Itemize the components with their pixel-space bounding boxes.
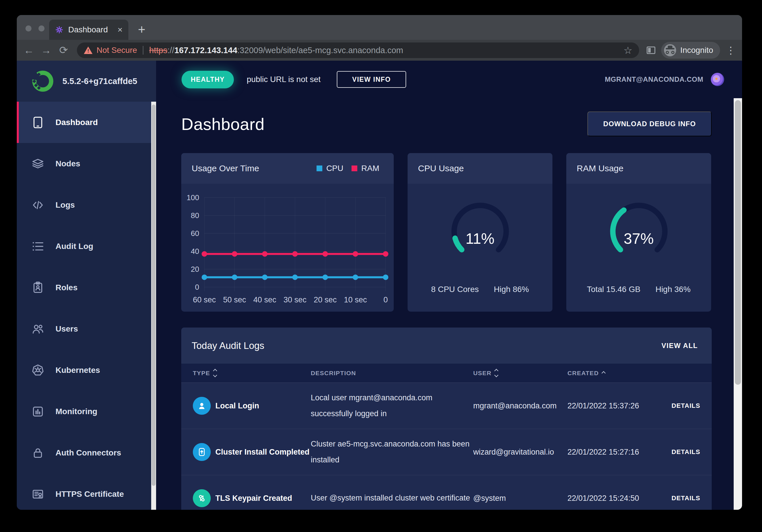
sidebar-item-kubernetes[interactable]: Kubernetes (17, 350, 156, 391)
table-row: TLS Keypair Created User @system install… (181, 475, 712, 510)
usage-over-time-card: Usage Over Time CPU RAM 02040608010060 s… (181, 153, 394, 312)
audit-created: 22/01/2022 15:27:16 (568, 448, 671, 457)
column-header-created[interactable]: CREATED (568, 370, 696, 377)
audit-title: Today Audit Logs (191, 340, 264, 351)
sidebar-item-monitoring[interactable]: Monitoring (17, 391, 156, 432)
incognito-icon (664, 44, 676, 56)
svg-text:60 sec: 60 sec (193, 296, 216, 304)
main-scrollbar-thumb[interactable] (735, 100, 741, 385)
tab-close-icon[interactable]: × (117, 26, 122, 34)
tab-title: Dashboard (68, 25, 113, 34)
url-text: https://167.172.143.144:32009/web/site/a… (149, 46, 620, 55)
logs-icon (31, 198, 44, 212)
sidebar-item-auth-connectors[interactable]: Auth Connectors (17, 432, 156, 473)
traffic-light-minimize[interactable] (38, 26, 44, 32)
sidebar-item-roles[interactable]: Roles (17, 267, 156, 308)
reload-icon[interactable]: ⟳ (58, 45, 69, 55)
view-all-link[interactable]: VIEW ALL (661, 342, 698, 350)
url-bar[interactable]: ! Not Secure https://167.172.143.144:320… (77, 42, 639, 58)
sidebar-item-label: Users (55, 324, 78, 334)
url-scheme: https (149, 46, 167, 55)
column-header-user[interactable]: USER (473, 369, 568, 377)
usage-line-chart: 02040608010060 sec50 sec40 sec30 sec20 s… (181, 184, 394, 312)
audit-user: @system (473, 494, 568, 503)
download-debug-info-button[interactable]: DOWNLOAD DEBUG INFO (587, 111, 712, 136)
sidebar-item-label: Audit Log (55, 242, 93, 251)
ram-gauge-value: 37% (566, 230, 711, 247)
sidebar-item-label: Nodes (55, 159, 80, 168)
url-path: :32009/web/site/ae5-mcg.svc.anaconda.com (237, 46, 403, 55)
details-button[interactable]: DETAILS (671, 448, 700, 455)
sidebar-scrollbar[interactable] (151, 102, 156, 510)
cluster-topbar: HEALTHY public URL is not set VIEW INFO … (156, 61, 742, 98)
url-host: 167.172.143.144 (174, 46, 237, 55)
sort-asc-icon[interactable] (602, 372, 605, 374)
sidebar-item-logs[interactable]: Logs (17, 184, 156, 226)
ram-card-title: RAM Usage (577, 164, 624, 173)
column-header-type[interactable]: TYPE (193, 369, 311, 377)
https-certificate-icon (31, 488, 44, 501)
ram-legend-label: RAM (361, 164, 379, 173)
cpu-gauge-value: 11% (408, 230, 553, 247)
ram-total-label: Total 15.46 GB (587, 285, 640, 294)
svg-text:50 sec: 50 sec (223, 296, 246, 304)
sort-icon[interactable] (495, 369, 498, 377)
browser-menu-icon[interactable]: ⋮ (726, 44, 736, 56)
forward-icon[interactable]: → (40, 45, 52, 55)
sort-icon[interactable] (214, 369, 216, 377)
details-button[interactable]: DETAILS (671, 402, 700, 409)
sidebar-item-audit-log[interactable]: Audit Log (17, 226, 156, 267)
details-button[interactable]: DETAILS (671, 495, 700, 502)
audit-user: wizard@gravitational.io (473, 448, 568, 457)
sidebar-item-https-certificate[interactable]: HTTPS Certificate (17, 473, 156, 510)
ram-legend-swatch (351, 166, 357, 171)
browser-toolbar: ← → ⟳ ! Not Secure https://167.172.143.1… (17, 40, 742, 61)
sidebar-item-users[interactable]: Users (17, 308, 156, 350)
main-area: HEALTHY public URL is not set VIEW INFO … (156, 61, 742, 510)
install-icon (193, 443, 211, 461)
incognito-label: Incognito (680, 46, 713, 55)
audit-created: 22/01/2022 15:37:26 (568, 401, 671, 410)
audit-description: User @system installed cluster web certi… (311, 490, 471, 506)
tab-dashboard[interactable]: Dashboard × (49, 20, 128, 40)
side-panel-icon[interactable] (647, 46, 655, 54)
audit-type: Local Login (215, 401, 311, 410)
lock-icon (31, 446, 44, 459)
version-label: 5.5.2-6+g71caffde5 (62, 77, 137, 86)
bookmark-star-icon[interactable]: ☆ (624, 44, 632, 56)
logo-block: 5.5.2-6+g71caffde5 (17, 61, 156, 102)
audit-type: Cluster Install Completed (215, 448, 311, 457)
sidebar-item-label: Kubernetes (55, 366, 100, 375)
tab-strip: Dashboard × + (17, 15, 742, 40)
back-icon[interactable]: ← (23, 45, 35, 55)
roles-icon (31, 281, 44, 294)
view-info-button[interactable]: VIEW INFO (337, 71, 406, 88)
monitoring-icon (31, 405, 44, 418)
cpu-cores-label: 8 CPU Cores (431, 285, 479, 294)
svg-text:0: 0 (195, 283, 199, 292)
audit-description: Local user mgrant@anaconda.com successfu… (311, 390, 471, 422)
svg-text:40: 40 (191, 247, 199, 256)
svg-text:10 sec: 10 sec (344, 296, 367, 304)
sidebar-item-nodes[interactable]: Nodes (17, 143, 156, 184)
table-row: Local Login Local user mgrant@anaconda.c… (181, 382, 712, 429)
sidebar-item-dashboard[interactable]: Dashboard (17, 102, 156, 143)
audit-created: 22/01/2022 15:24:50 (568, 494, 671, 503)
sidebar-scrollbar-thumb[interactable] (152, 104, 156, 486)
traffic-light-close[interactable] (26, 26, 32, 32)
avatar[interactable] (711, 73, 724, 86)
svg-text:80: 80 (191, 211, 199, 220)
sidebar-item-label: Auth Connectors (55, 448, 121, 457)
sidebar-item-label: Roles (55, 283, 77, 292)
audit-type: TLS Keypair Created (215, 494, 311, 503)
status-badge: HEALTHY (182, 71, 234, 88)
incognito-badge: Incognito (661, 42, 720, 59)
page-title: Dashboard (181, 114, 265, 134)
topbar-user[interactable]: MGRANT@ANACONDA.COM (605, 73, 724, 86)
main-scrollbar[interactable] (734, 98, 742, 510)
browser-window: Dashboard × + ← → ⟳ ! Not Secure https:/… (17, 15, 742, 510)
svg-text:20 sec: 20 sec (314, 296, 337, 304)
audit-user: mgrant@anaconda.com (473, 401, 568, 410)
column-header-description[interactable]: DESCRIPTION (311, 370, 473, 377)
new-tab-button[interactable]: + (133, 21, 150, 37)
